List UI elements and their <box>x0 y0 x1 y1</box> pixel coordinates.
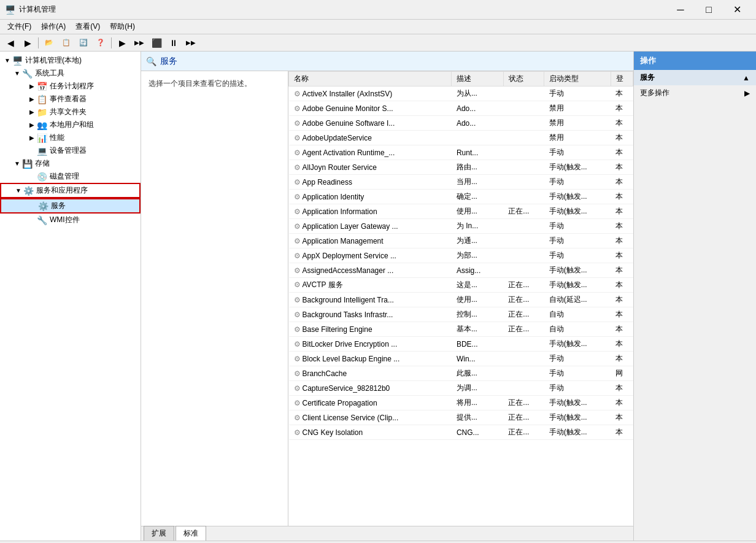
service-startup-cell: 手动 <box>544 248 611 263</box>
tree-device-manager[interactable]: 💻 设备管理器 <box>0 144 141 157</box>
col-status[interactable]: 状态 <box>503 72 544 87</box>
table-row[interactable]: ⚙AppX Deployment Service ...为部...手动本 <box>289 248 633 263</box>
forward-button[interactable]: ▶ <box>20 36 36 50</box>
tree-wmi-control[interactable]: 🔧 WMI控件 <box>0 214 141 226</box>
service-status-cell <box>503 219 544 234</box>
table-row[interactable]: ⚙CaptureService_982812b0为调...手动本 <box>289 381 633 396</box>
properties-button[interactable]: 🔄 <box>75 36 91 50</box>
tree-local-users[interactable]: ▶ 👥 本地用户和组 <box>0 118 141 131</box>
up-button[interactable]: 📂 <box>41 36 57 50</box>
tree-event-viewer[interactable]: ▶ 📋 事件查看器 <box>0 93 141 106</box>
table-row[interactable]: ⚙Application Layer Gateway ...为 In...手动本 <box>289 219 633 234</box>
service-logon-cell: 本 <box>611 248 633 263</box>
window-title: 计算机管理 <box>19 4 666 15</box>
description-text: 选择一个项目来查看它的描述。 <box>148 79 252 88</box>
task-scheduler-label: 任务计划程序 <box>50 81 94 91</box>
storage-expander[interactable]: ▼ <box>12 159 22 169</box>
menu-view[interactable]: 查看(V) <box>71 20 105 34</box>
table-row[interactable]: ⚙Agent Activation Runtime_...Runt...手动本 <box>289 145 633 160</box>
service-logon-cell: 本 <box>611 175 633 190</box>
actions-services-section[interactable]: 服务 ▲ <box>634 70 756 85</box>
col-desc[interactable]: 描述 <box>452 72 503 87</box>
service-status-cell <box>503 366 544 381</box>
service-logon-cell: 本 <box>611 307 633 322</box>
table-row[interactable]: ⚙ActiveX Installer (AxInstSV)为从...手动本 <box>289 87 633 101</box>
stop-button[interactable]: ⬛ <box>148 36 164 50</box>
shared-folders-expander[interactable]: ▶ <box>27 107 37 117</box>
task-scheduler-expander[interactable]: ▶ <box>27 82 37 91</box>
performance-expander[interactable]: ▶ <box>27 133 37 143</box>
services-title-bar: 🔍 服务 <box>146 56 177 67</box>
help-button[interactable]: ❓ <box>93 36 109 50</box>
tree-services[interactable]: ⚙️ 服务 <box>0 198 141 214</box>
table-row[interactable]: ⚙BranchCache此服...手动网 <box>289 366 633 381</box>
service-startup-cell: 手动(触发... <box>544 337 611 352</box>
tree-performance[interactable]: ▶ 📊 性能 <box>0 131 141 144</box>
event-viewer-expander[interactable]: ▶ <box>27 94 37 104</box>
table-row[interactable]: ⚙BitLocker Drive Encryption ...BDE...手动(… <box>289 337 633 352</box>
services-list[interactable]: 名称 描述 状态 启动类型 登 ⚙ActiveX Installer (AxIn… <box>288 71 633 526</box>
service-desc-cell: 当用... <box>452 175 503 190</box>
actions-more-label: 更多操作 <box>640 88 669 98</box>
menu-help[interactable]: 帮助(H) <box>105 20 140 34</box>
table-row[interactable]: ⚙Client License Service (Clip...提供...正在.… <box>289 410 633 425</box>
run-all-button[interactable]: ▶▶ <box>131 36 147 50</box>
actions-more[interactable]: 更多操作 ▶ <box>634 85 756 101</box>
local-users-expander[interactable]: ▶ <box>27 120 37 130</box>
table-row[interactable]: ⚙AVCTP 服务这是...正在...手动(触发...本 <box>289 278 633 293</box>
col-logon[interactable]: 登 <box>611 72 633 87</box>
tree-system-tools[interactable]: ▼ 🔧 系统工具 <box>0 67 141 80</box>
service-startup-cell: 手动(触发... <box>544 278 611 293</box>
tree-disk-management[interactable]: 💿 磁盘管理 <box>0 170 141 183</box>
table-row[interactable]: ⚙AssignedAccessManager ...Assig...手动(触发.… <box>289 263 633 278</box>
show-hide-button[interactable]: 📋 <box>58 36 74 50</box>
minimize-button[interactable]: ─ <box>666 0 695 20</box>
table-row[interactable]: ⚙Application Management为通...手动本 <box>289 234 633 248</box>
back-button[interactable]: ◀ <box>2 36 18 50</box>
tree-task-scheduler[interactable]: ▶ 📅 任务计划程序 <box>0 80 141 93</box>
tree-root[interactable]: ▼ 🖥️ 计算机管理(本地) <box>0 54 141 67</box>
col-name[interactable]: 名称 <box>289 72 452 87</box>
table-row[interactable]: ⚙Adobe Genuine Software I...Ado...禁用本 <box>289 116 633 131</box>
maximize-button[interactable]: □ <box>695 0 723 20</box>
status-bar: ☁️ 亿速云 <box>0 541 756 543</box>
table-row[interactable]: ⚙Background Tasks Infrastr...控制...正在...自… <box>289 307 633 322</box>
system-tools-expander[interactable]: ▼ <box>12 69 22 79</box>
tab-expand[interactable]: 扩展 <box>144 526 174 541</box>
tree-shared-folders[interactable]: ▶ 📁 共享文件夹 <box>0 106 141 118</box>
table-row[interactable]: ⚙Block Level Backup Engine ...Win...手动本 <box>289 352 633 366</box>
services-apps-expander[interactable]: ▼ <box>14 186 23 196</box>
service-startup-cell: 手动 <box>544 145 611 160</box>
service-name-cell: ⚙AVCTP 服务 <box>289 278 452 293</box>
root-expander[interactable]: ▼ <box>2 56 12 66</box>
tree-services-apps[interactable]: ▼ ⚙️ 服务和应用程序 <box>0 183 141 198</box>
col-startup[interactable]: 启动类型 <box>544 72 611 87</box>
table-row[interactable]: ⚙Background Intelligent Tra...使用...正在...… <box>289 293 633 307</box>
root-label: 计算机管理(本地) <box>25 55 82 66</box>
description-panel: 选择一个项目来查看它的描述。 <box>141 71 288 526</box>
run-button[interactable]: ▶ <box>114 36 130 50</box>
close-button[interactable]: ✕ <box>723 0 751 20</box>
pause-button[interactable]: ⏸ <box>166 36 182 50</box>
table-row[interactable]: ⚙Application Information使用...正在...手动(触发.… <box>289 204 633 219</box>
service-desc-cell: 为通... <box>452 234 503 248</box>
table-row[interactable]: ⚙App Readiness当用...手动本 <box>289 175 633 190</box>
table-row[interactable]: ⚙AllJoyn Router Service路由...手动(触发...本 <box>289 160 633 175</box>
table-row[interactable]: ⚙AdobeUpdateService禁用本 <box>289 131 633 145</box>
services-apps-label: 服务和应用程序 <box>36 185 88 196</box>
menu-action[interactable]: 操作(A) <box>36 20 71 34</box>
table-row[interactable]: ⚙Base Filtering Engine基本...正在...自动本 <box>289 322 633 337</box>
service-name-cell: ⚙ActiveX Installer (AxInstSV) <box>289 87 452 101</box>
table-row[interactable]: ⚙Application Identity确定...手动(触发...本 <box>289 190 633 204</box>
storage-label: 存储 <box>35 158 50 169</box>
tab-standard[interactable]: 标准 <box>176 526 206 541</box>
service-startup-cell: 手动(触发... <box>544 410 611 425</box>
menu-file[interactable]: 文件(F) <box>2 20 36 34</box>
table-row[interactable]: ⚙CNG Key IsolationCNG...正在...手动(触发...本 <box>289 425 633 440</box>
table-row[interactable]: ⚙Adobe Genuine Monitor S...Ado...禁用本 <box>289 101 633 116</box>
table-row[interactable]: ⚙Certificate Propagation将用...正在...手动(触发.… <box>289 396 633 410</box>
tree-storage[interactable]: ▼ 💾 存储 <box>0 157 141 170</box>
service-name-cell: ⚙Application Layer Gateway ... <box>289 219 452 234</box>
restart-button[interactable]: ▶▶ <box>183 36 199 50</box>
service-name-cell: ⚙Application Management <box>289 234 452 248</box>
